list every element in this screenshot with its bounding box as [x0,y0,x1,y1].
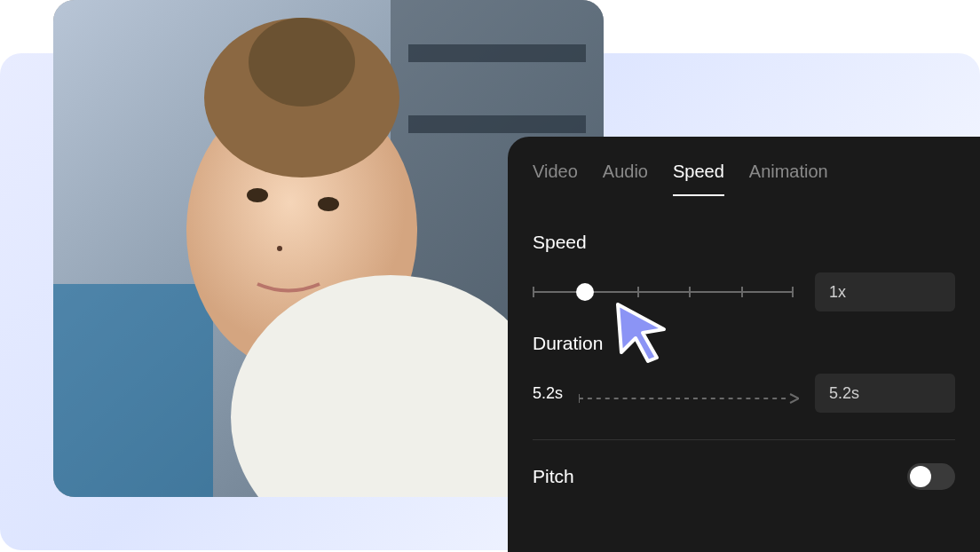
properties-panel: Video Audio Speed Animation Speed 1x Dur… [508,137,980,552]
svg-rect-4 [408,115,586,133]
panel-tabs: Video Audio Speed Animation [508,162,980,210]
speed-slider[interactable] [533,291,794,293]
duration-value-input[interactable]: 5.2s [815,374,955,413]
toggle-knob [910,466,931,487]
duration-current-value: 5.2s [533,384,563,403]
tab-audio[interactable]: Audio [603,162,648,196]
speed-value-input[interactable]: 1x [815,272,955,311]
svg-rect-3 [408,44,586,62]
svg-rect-1 [53,284,213,497]
speed-label: Speed [533,232,955,253]
svg-point-11 [277,246,282,251]
tab-video[interactable]: Video [533,162,578,196]
pitch-section: Pitch [508,440,980,490]
svg-point-9 [247,188,268,202]
duration-section: Duration 5.2s 5.2s [508,311,980,413]
slider-tick [689,287,691,297]
slider-tick [741,287,743,297]
slider-tick [792,287,794,297]
duration-arrow [579,393,799,394]
tab-animation[interactable]: Animation [749,162,828,196]
pitch-label: Pitch [533,466,574,487]
pitch-toggle[interactable] [907,463,955,490]
duration-label: Duration [533,333,955,354]
slider-tick [533,287,534,297]
svg-point-7 [249,18,355,106]
speed-slider-thumb[interactable] [576,283,594,301]
tab-speed[interactable]: Speed [673,162,724,196]
speed-section: Speed 1x [508,210,980,311]
slider-tick [637,287,639,297]
svg-point-10 [318,197,339,211]
